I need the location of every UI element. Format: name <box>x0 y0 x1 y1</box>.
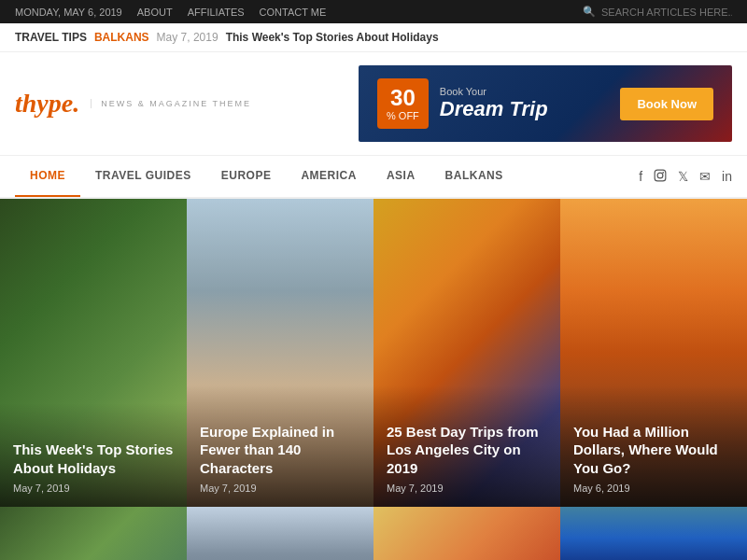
svg-rect-0 <box>655 170 666 181</box>
topbar-search: 🔍 <box>583 6 732 18</box>
topbar-contact[interactable]: CONTACT ME <box>260 7 327 18</box>
main-nav: HOME TRAVEL GUIDES EUROPE AMERICA ASIA B… <box>0 156 747 199</box>
thumb-1[interactable] <box>0 507 187 560</box>
featured-overlay-4: You Had a Million Dollars, Where Would Y… <box>560 385 747 508</box>
search-input[interactable] <box>601 7 732 18</box>
thumb-row <box>0 507 747 560</box>
featured-overlay-1: This Week's Top Stories About Holidays M… <box>0 403 187 507</box>
topbar: MONDAY, MAY 6, 2019 ABOUT AFFILIATES CON… <box>0 0 747 23</box>
thumb-2[interactable] <box>187 507 374 560</box>
featured-date-4: May 6, 2019 <box>573 483 734 494</box>
topbar-links: MONDAY, MAY 6, 2019 ABOUT AFFILIATES CON… <box>15 7 326 18</box>
logo-tagline: NEWS & MAGAZINE THEME <box>91 99 251 108</box>
nav-social: f 𝕏 ✉ in <box>639 169 732 185</box>
nav-links: HOME TRAVEL GUIDES EUROPE AMERICA ASIA B… <box>15 156 518 197</box>
twitter-icon[interactable]: 𝕏 <box>678 169 688 184</box>
nav-america[interactable]: AMERICA <box>286 156 372 197</box>
thumb-4[interactable] <box>560 507 747 560</box>
site-header: thype. NEWS & MAGAZINE THEME 30 % OFF Bo… <box>0 52 747 156</box>
nav-europe[interactable]: EUROPE <box>206 156 287 197</box>
search-icon: 🔍 <box>583 6 596 18</box>
svg-point-2 <box>662 172 664 174</box>
breaking-date: May 7, 2019 <box>157 31 218 44</box>
discount-unit: % OFF <box>387 110 419 121</box>
discount-badge: 30 % OFF <box>377 78 429 129</box>
featured-overlay-2: Europe Explained in Fewer than 140 Chara… <box>187 385 374 508</box>
breaking-title: This Week's Top Stories About Holidays <box>226 31 439 44</box>
featured-date-3: May 7, 2019 <box>387 483 547 494</box>
book-now-button[interactable]: Book Now <box>620 88 713 120</box>
banner-text: Book Your Dream Trip <box>440 86 548 121</box>
nav-asia[interactable]: ASIA <box>372 156 430 197</box>
featured-title-2: Europe Explained in Fewer than 140 Chara… <box>200 423 360 478</box>
featured-title-1: This Week's Top Stories About Holidays <box>13 441 174 477</box>
banner-book-label: Book Your <box>440 86 548 97</box>
breaking-tag[interactable]: BALKANS <box>94 31 149 44</box>
topbar-date: MONDAY, MAY 6, 2019 <box>15 7 122 18</box>
banner-ad-left: 30 % OFF Book Your Dream Trip <box>377 78 548 129</box>
nav-home[interactable]: HOME <box>15 156 80 197</box>
logo[interactable]: thype. <box>15 89 79 119</box>
banner-ad: 30 % OFF Book Your Dream Trip Book Now <box>359 65 732 142</box>
topbar-affiliates[interactable]: AFFILIATES <box>188 7 245 18</box>
featured-item-4[interactable]: You Had a Million Dollars, Where Would Y… <box>560 199 747 507</box>
svg-point-1 <box>657 173 663 178</box>
banner-trip-label: Dream Trip <box>440 97 548 121</box>
breaking-label: TRAVEL TIPS <box>15 31 87 44</box>
featured-item-1[interactable]: This Week's Top Stories About Holidays M… <box>0 199 187 507</box>
nav-travel-guides[interactable]: TRAVEL GUIDES <box>80 156 206 197</box>
thumb-3[interactable] <box>374 507 560 560</box>
featured-item-2[interactable]: Europe Explained in Fewer than 140 Chara… <box>187 199 374 507</box>
featured-title-3: 25 Best Day Trips from Los Angeles City … <box>387 423 547 478</box>
featured-item-3[interactable]: 25 Best Day Trips from Los Angeles City … <box>374 199 560 507</box>
featured-grid: This Week's Top Stories About Holidays M… <box>0 199 747 507</box>
featured-date-2: May 7, 2019 <box>200 483 360 494</box>
nav-balkans[interactable]: BALKANS <box>430 156 518 197</box>
topbar-about[interactable]: ABOUT <box>137 7 173 18</box>
discount-number: 30 <box>387 86 419 110</box>
logo-area: thype. NEWS & MAGAZINE THEME <box>15 89 251 119</box>
email-icon[interactable]: ✉ <box>699 169 711 184</box>
linkedin-icon[interactable]: in <box>722 169 732 184</box>
featured-title-4: You Had a Million Dollars, Where Would Y… <box>573 423 734 478</box>
facebook-icon[interactable]: f <box>639 169 642 184</box>
featured-overlay-3: 25 Best Day Trips from Los Angeles City … <box>374 385 560 508</box>
instagram-icon[interactable] <box>654 169 667 185</box>
breaking-bar: TRAVEL TIPS BALKANS May 7, 2019 This Wee… <box>0 23 747 52</box>
featured-date-1: May 7, 2019 <box>13 483 174 494</box>
